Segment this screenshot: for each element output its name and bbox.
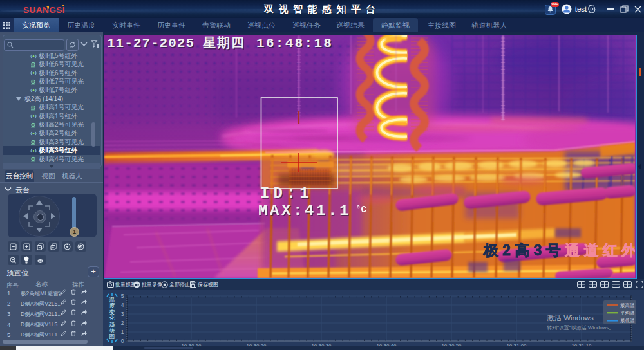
svg-text:5: 5 — [121, 293, 124, 299]
svg-text:16: 16 — [606, 285, 609, 289]
svg-text:4: 4 — [121, 302, 124, 308]
svg-text:图: 图 — [109, 333, 115, 340]
svg-text:极2高3号通道红外: 极2高3号通道红外 — [483, 242, 635, 259]
svg-text:64: 64 — [629, 285, 632, 289]
svg-text:转到"设置"以激活 Windows。: 转到"设置"以激活 Windows。 — [547, 325, 614, 331]
svg-text:最高温: 最高温 — [620, 302, 635, 308]
svg-text:1: 1 — [121, 329, 124, 335]
svg-text:°C: °C — [355, 205, 366, 215]
svg-text:2: 2 — [121, 320, 124, 326]
svg-text:25: 25 — [618, 285, 620, 289]
svg-text:趋: 趋 — [109, 321, 115, 327]
svg-text:星期四: 星期四 — [202, 36, 245, 51]
svg-text:化: 化 — [109, 315, 115, 321]
svg-text:最低温: 最低温 — [620, 318, 635, 324]
svg-text:MAX:41.1: MAX:41.1 — [258, 202, 351, 219]
svg-text:16:48:18: 16:48:18 — [256, 36, 333, 51]
svg-text:9: 9 — [594, 285, 596, 289]
svg-text:平均温: 平均温 — [620, 310, 635, 316]
svg-text:变: 变 — [109, 309, 115, 315]
svg-text:0: 0 — [121, 338, 124, 344]
svg-text:势: 势 — [109, 327, 115, 334]
svg-text:11-27-2025: 11-27-2025 — [107, 36, 194, 51]
svg-text:度: 度 — [109, 302, 115, 309]
svg-text:ID:1: ID:1 — [260, 185, 313, 202]
svg-text:激活 Windows: 激活 Windows — [547, 314, 594, 322]
svg-text:3: 3 — [121, 311, 124, 317]
svg-text:温: 温 — [109, 297, 115, 303]
